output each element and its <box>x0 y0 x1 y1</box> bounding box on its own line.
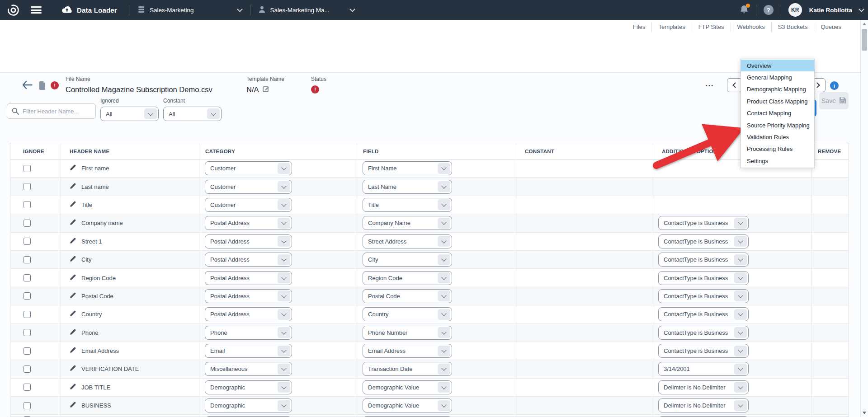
field-select[interactable]: Demographic Value <box>363 398 452 412</box>
nav-link-queues[interactable]: Queues <box>814 22 848 32</box>
additional-options-select[interactable]: ContactType is Business <box>658 344 749 358</box>
database-selector[interactable]: Sales-Marketing <box>129 6 250 14</box>
edit-pencil-icon[interactable] <box>70 219 76 227</box>
status-error-icon[interactable]: ! <box>311 85 319 94</box>
menu-item-validation-rules[interactable]: Validation Rules <box>741 131 814 143</box>
edit-pencil-icon[interactable] <box>70 365 76 373</box>
edit-pencil-icon[interactable] <box>70 274 76 282</box>
chevron-down-icon[interactable] <box>859 6 864 12</box>
nav-link-ftp-sites[interactable]: FTP Sites <box>692 22 731 32</box>
category-select[interactable]: Demographic <box>205 380 292 394</box>
filter-header-name-input[interactable] <box>7 103 96 119</box>
additional-options-select[interactable]: ContactType is Business <box>658 307 749 321</box>
vertical-scrollbar[interactable] <box>860 20 868 417</box>
edit-pencil-icon[interactable] <box>70 255 76 264</box>
category-select[interactable]: Postal Address <box>205 289 292 303</box>
additional-options-select[interactable]: ContactType is Business <box>658 271 749 285</box>
edit-pencil-icon[interactable] <box>70 201 76 209</box>
edit-template-icon[interactable] <box>263 85 269 94</box>
scrollbar-up-arrow[interactable] <box>861 20 868 28</box>
edit-pencil-icon[interactable] <box>70 401 76 410</box>
ignore-checkbox[interactable] <box>24 238 31 245</box>
category-select[interactable]: Postal Address <box>205 234 292 248</box>
category-select[interactable]: Customer <box>205 198 292 212</box>
edit-pencil-icon[interactable] <box>70 347 76 355</box>
field-select[interactable]: Country <box>363 307 452 321</box>
ignored-filter-select[interactable]: All <box>100 107 159 121</box>
ignore-checkbox[interactable] <box>24 183 31 190</box>
field-select[interactable]: Email Address <box>363 344 452 358</box>
menu-item-overview[interactable]: Overview <box>741 60 814 71</box>
additional-options-select[interactable]: Delimter is No Delimiter <box>658 398 749 412</box>
category-select[interactable]: Postal Address <box>205 307 292 321</box>
omeda-logo-icon[interactable] <box>0 4 26 16</box>
additional-options-select[interactable]: ContactType is Business <box>658 216 749 230</box>
category-select[interactable]: Miscellaneous <box>205 362 292 376</box>
file-document-icon[interactable] <box>39 81 46 92</box>
field-select[interactable]: Title <box>363 198 452 212</box>
menu-item-contact-mapping[interactable]: Contact Mapping <box>741 108 814 119</box>
additional-options-select[interactable]: ContactType is Business <box>658 253 749 267</box>
additional-options-select[interactable]: Delimter is No Delimiter <box>658 380 749 394</box>
field-select[interactable]: Region Code <box>363 271 452 285</box>
category-select[interactable]: Customer <box>205 180 292 194</box>
category-select[interactable]: Customer <box>205 161 292 175</box>
user-avatar[interactable]: KR <box>788 3 802 17</box>
ignore-checkbox[interactable] <box>24 347 31 355</box>
notifications-bell-icon[interactable] <box>740 5 749 16</box>
menu-item-processing-rules[interactable]: Processing Rules <box>741 143 814 155</box>
menu-item-source-priority-mapping[interactable]: Source Priority Mapping <box>741 119 814 131</box>
menu-item-product-class-mapping[interactable]: Product Class Mapping <box>741 95 814 107</box>
nav-link-files[interactable]: Files <box>627 22 651 32</box>
category-select[interactable]: Postal Address <box>205 253 292 267</box>
constant-filter-select[interactable]: All <box>163 107 222 121</box>
field-select[interactable]: Transaction Date <box>363 362 452 376</box>
additional-options-select[interactable]: ContactType is Business <box>658 234 749 248</box>
info-icon[interactable]: i <box>830 81 839 90</box>
edit-pencil-icon[interactable] <box>70 237 76 246</box>
category-select[interactable]: Email <box>205 344 292 358</box>
ignore-checkbox[interactable] <box>24 256 31 263</box>
field-select[interactable]: Company Name <box>363 216 452 230</box>
field-select[interactable]: City <box>363 253 452 267</box>
ignore-checkbox[interactable] <box>24 201 31 208</box>
edit-pencil-icon[interactable] <box>70 164 76 173</box>
field-select[interactable]: First Name <box>363 161 452 175</box>
nav-link-webhooks[interactable]: Webhooks <box>731 22 771 32</box>
menu-item-general-mapping[interactable]: General Mapping <box>741 71 814 83</box>
ignore-checkbox[interactable] <box>24 274 31 281</box>
field-select[interactable]: Postal Code <box>363 289 452 303</box>
help-icon[interactable]: ? <box>764 5 774 15</box>
field-select[interactable]: Phone Number <box>363 326 452 340</box>
edit-pencil-icon[interactable] <box>70 328 76 337</box>
ignore-checkbox[interactable] <box>24 365 31 373</box>
ignore-checkbox[interactable] <box>24 311 31 318</box>
additional-options-select[interactable]: 3/14/2001 <box>658 362 749 376</box>
more-options-icon[interactable]: ... <box>705 79 714 89</box>
menu-item-demographic-mapping[interactable]: Demographic Mapping <box>741 84 814 95</box>
scrollbar-thumb[interactable] <box>862 29 867 51</box>
save-button[interactable]: Save <box>819 92 849 109</box>
previous-view-button[interactable] <box>727 78 742 92</box>
edit-pencil-icon[interactable] <box>70 310 76 319</box>
field-select[interactable]: Last Name <box>363 180 452 194</box>
ignore-checkbox[interactable] <box>24 329 31 336</box>
back-arrow-icon[interactable] <box>22 80 33 91</box>
nav-link-s3-buckets[interactable]: S3 Buckets <box>771 22 814 32</box>
field-select[interactable]: Street Address <box>363 234 452 248</box>
menu-item-settings[interactable]: Settings <box>741 155 814 167</box>
category-select[interactable]: Postal Address <box>205 271 292 285</box>
scrollbar-down-arrow[interactable] <box>861 409 868 417</box>
field-select[interactable]: Demographic Value <box>363 380 452 394</box>
category-select[interactable]: Postal Address <box>205 216 292 230</box>
ignore-checkbox[interactable] <box>24 402 31 409</box>
ignore-checkbox[interactable] <box>24 384 31 391</box>
additional-options-select[interactable]: ContactType is Business <box>658 326 749 340</box>
additional-options-select[interactable]: ContactType is Business <box>658 289 749 303</box>
category-select[interactable]: Demographic <box>205 398 292 412</box>
edit-pencil-icon[interactable] <box>70 292 76 300</box>
ignore-checkbox[interactable] <box>24 220 31 227</box>
hamburger-menu-icon[interactable] <box>31 6 42 14</box>
edit-pencil-icon[interactable] <box>70 383 76 392</box>
edit-pencil-icon[interactable] <box>70 183 76 191</box>
